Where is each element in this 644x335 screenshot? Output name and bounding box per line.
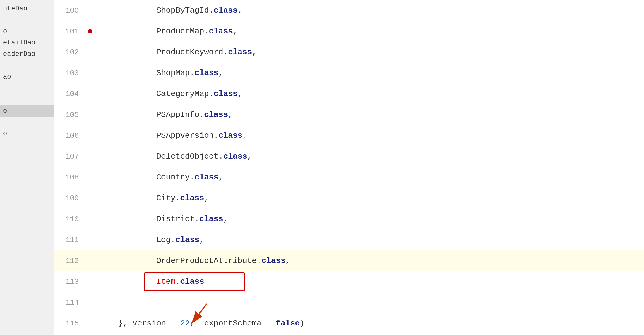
line-content-113: Item.class [93, 277, 204, 286]
line-content-108: Country.class, [93, 173, 223, 182]
line-number-109: 109 [54, 194, 87, 202]
sidebar-item-4[interactable]: etailDao [0, 37, 54, 48]
line-number-106: 106 [54, 132, 87, 140]
line-content-115: }, version = 22, exportSchema = false) [93, 319, 305, 328]
line-content-112: OrderProductAttribute.class, [93, 256, 290, 265]
line-number-108: 108 [54, 173, 87, 182]
code-line-108: 108 Country.class, [54, 167, 644, 188]
line-number-103: 103 [54, 69, 87, 77]
code-line-113: 113 Item.class [54, 271, 644, 292]
line-content-106: PSAppVersion.class, [93, 131, 247, 140]
code-line-112: 112 OrderProductAttribute.class, [54, 250, 644, 271]
line-number-102: 102 [54, 48, 87, 56]
code-line-110: 110 District.class, [54, 209, 644, 229]
code-line-104: 104 CategoryMap.class, [54, 83, 644, 104]
editor-container: uteDao o etailDao eaderDao ao o o 100 Sh… [0, 0, 644, 335]
sidebar-item-7[interactable]: ao [0, 71, 54, 83]
code-line-114: 114 [54, 292, 644, 313]
error-dot-101 [88, 29, 92, 33]
line-content-105: PSAppInfo.class, [93, 110, 233, 119]
code-line-109: 109 City.class, [54, 188, 644, 209]
sidebar-item-11[interactable] [0, 117, 54, 128]
sidebar-item-8[interactable] [0, 83, 54, 94]
gutter-101 [87, 27, 93, 36]
line-content-109: City.class, [93, 194, 209, 203]
line-number-101: 101 [54, 27, 87, 36]
code-line-107: 107 DeletedObject.class, [54, 146, 644, 167]
line-content-103: ShopMap.class, [93, 68, 223, 78]
line-number-111: 111 [54, 236, 87, 244]
sidebar-item-9[interactable] [0, 94, 54, 105]
sidebar-item-10[interactable]: o [0, 105, 54, 117]
code-line-106: 106 PSAppVersion.class, [54, 125, 644, 146]
line-number-104: 104 [54, 90, 87, 98]
line-content-101: ProductMap.class, [93, 27, 237, 36]
line-content-100: ShopByTagId.class, [93, 6, 242, 15]
sidebar-item-2[interactable] [0, 14, 54, 26]
line-number-113: 113 [54, 278, 87, 286]
sidebar-item-6[interactable] [0, 60, 54, 71]
line-content-107: DeletedObject.class, [93, 152, 252, 161]
sidebar: uteDao o etailDao eaderDao ao o o [0, 0, 54, 335]
sidebar-item-12[interactable]: o [0, 128, 54, 139]
line-number-115: 115 [54, 319, 87, 328]
line-content-111: Log.class, [93, 235, 204, 245]
line-content-104: CategoryMap.class, [93, 89, 242, 98]
line-number-112: 112 [54, 257, 87, 265]
code-line-102: 102 ProductKeyword.class, [54, 42, 644, 63]
line-content-110: District.class, [93, 214, 228, 224]
sidebar-item-3[interactable]: o [0, 26, 54, 37]
line-number-114: 114 [54, 298, 87, 307]
code-line-101: 101 ProductMap.class, [54, 21, 644, 42]
code-line-115: 115 }, version = 22, exportSchema = fals… [54, 313, 644, 334]
sidebar-item-1[interactable]: uteDao [0, 3, 54, 14]
code-line-103: 103 ShopMap.class, [54, 63, 644, 83]
line-number-105: 105 [54, 111, 87, 119]
false-keyword: false [276, 319, 300, 328]
sidebar-item-5[interactable]: eaderDao [0, 48, 54, 60]
line-number-110: 110 [54, 215, 87, 223]
item-class-text: Item [156, 277, 175, 286]
line-number-100: 100 [54, 6, 87, 15]
line-content-102: ProductKeyword.class, [93, 48, 257, 57]
line-number-107: 107 [54, 152, 87, 161]
code-line-100: 100 ShopByTagId.class, [54, 0, 644, 21]
version-number: 22 [180, 319, 190, 328]
code-line-111: 111 Log.class, [54, 229, 644, 250]
code-line-105: 105 PSAppInfo.class, [54, 104, 644, 125]
code-line-116: 116 //V2.0 = DBV 7 [54, 334, 644, 335]
code-area: 100 ShopByTagId.class, 101 ProductMap.cl… [54, 0, 644, 335]
